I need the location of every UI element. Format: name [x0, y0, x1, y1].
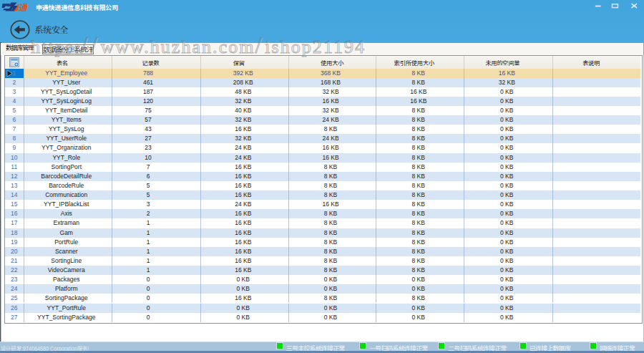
svg-text:通: 通 [18, 1, 29, 13]
